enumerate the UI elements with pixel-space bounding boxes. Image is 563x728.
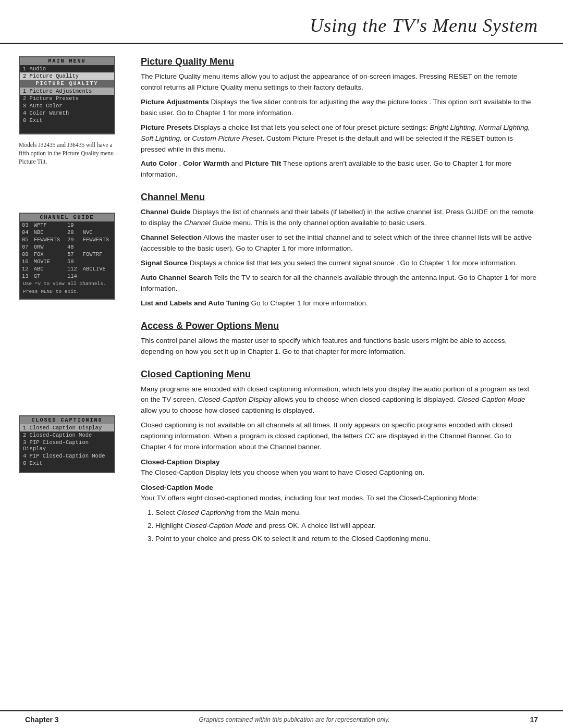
pq-para-1: The Picture Quality menu items allow you… bbox=[141, 71, 538, 93]
page-body: MAIN MENU 1 Audio 2 Picture Quality PICT… bbox=[0, 44, 563, 569]
pq-item-4: 4 Color Warmth bbox=[20, 109, 114, 117]
list-item: Select Closed Captioning from the Main m… bbox=[155, 508, 538, 519]
pq-para-3: Picture Presets Displays a choice list t… bbox=[141, 122, 538, 155]
channel-para-4: Auto Channel Search Tells the TV to sear… bbox=[141, 273, 538, 294]
closed-captioning-section: Closed Captioning Menu Many programs are… bbox=[141, 369, 538, 545]
picture-quality-section: Picture Quality Menu The Picture Quality… bbox=[141, 56, 538, 180]
pq-item-5: 0 Exit bbox=[20, 117, 114, 124]
channel-para-1: Channel Guide Displays the list of chann… bbox=[141, 207, 538, 229]
cc-item-3: 3 PIP Closed-Caption Display bbox=[20, 439, 114, 452]
main-menu-item-audio: 1 Audio bbox=[20, 65, 114, 72]
footer-note: Graphics contained within this publicati… bbox=[199, 716, 390, 723]
cc-item-2: 2 Closed-Caption Mode bbox=[20, 431, 114, 439]
table-row: 08FOX57FOWTRF bbox=[20, 251, 114, 258]
pq-item-2: 2 Picture Presets bbox=[20, 95, 114, 102]
table-row: 12ABC112ABCLIVE bbox=[20, 265, 114, 273]
pq-para-2: Picture Adjustments Displays the five sl… bbox=[141, 97, 538, 119]
channel-section: Channel Menu Channel Guide Displays the … bbox=[141, 192, 538, 309]
closed-captioning-heading: Closed Captioning Menu bbox=[141, 369, 538, 380]
cc-item-1: 1 Closed-Caption Display bbox=[20, 424, 114, 431]
pq-item-3: 3 Auto Color bbox=[20, 102, 114, 109]
table-row: 13GT114 bbox=[20, 273, 114, 280]
cc-item-4: 4 PIP Closed-Caption Mode bbox=[20, 452, 114, 460]
table-row: 05FEWWERTS29FEWWERTS bbox=[20, 236, 114, 243]
channel-guide-title: CHANNEL GUIDE bbox=[20, 214, 114, 221]
main-menu-screenshot: MAIN MENU 1 Audio 2 Picture Quality PICT… bbox=[19, 56, 115, 134]
cc-menu-title: CLOSED CAPTIONING bbox=[20, 416, 114, 424]
cc-display-para: The Closed-Caption Display lets you choo… bbox=[141, 467, 538, 478]
channel-para-3: Signal Source Displays a choice list tha… bbox=[141, 258, 538, 269]
pq-para-4: Auto Color , Color Warmth and Picture Ti… bbox=[141, 158, 538, 180]
table-row: 03WPTF19 bbox=[20, 221, 114, 229]
main-menu-note: Models J32435 and J36435 will have a fif… bbox=[19, 141, 122, 166]
table-row: 10MOVIE59 bbox=[20, 258, 114, 265]
channel-table: 03WPTF19 04NBC28NVC 05FEWWERTS29FEWWERTS… bbox=[20, 221, 114, 280]
right-column: Picture Quality Menu The Picture Quality… bbox=[130, 44, 563, 569]
channel-para-2: Channel Selection Allows the master user… bbox=[141, 232, 538, 254]
picture-quality-title: PICTURE QUALITY bbox=[20, 80, 114, 88]
page-title: Using the TV's Menu System bbox=[25, 15, 538, 36]
pq-item-1: 1 Picture Adjustments bbox=[20, 88, 114, 95]
cc-item-5: 0 Exit bbox=[20, 460, 114, 467]
access-power-heading: Access & Power Options Menu bbox=[141, 320, 538, 331]
page-footer: Chapter 3 Graphics contained within this… bbox=[0, 710, 563, 728]
channel-heading: Channel Menu bbox=[141, 192, 538, 203]
cc-mode-list: Select Closed Captioning from the Main m… bbox=[155, 508, 538, 545]
cc-para-2: Closed captioning is not available on al… bbox=[141, 420, 538, 453]
cc-mode-para: Your TV offers eight closed-captioned mo… bbox=[141, 493, 538, 504]
table-row: 04NBC28NVC bbox=[20, 229, 114, 236]
list-item: Point to your choice and press OK to sel… bbox=[155, 534, 538, 545]
main-menu-item-picture: 2 Picture Quality bbox=[20, 72, 114, 80]
main-menu-title: MAIN MENU bbox=[20, 57, 114, 65]
closed-captioning-screenshot: CLOSED CAPTIONING 1 Closed-Caption Displ… bbox=[19, 415, 115, 473]
table-row: 07GRW48 bbox=[20, 243, 114, 251]
channel-guide-footer1: Use ^v to view all channels. bbox=[20, 280, 114, 288]
cc-display-title: Closed-Caption Display bbox=[141, 458, 538, 466]
channel-guide-footer2: Press MENU to exit. bbox=[20, 288, 114, 295]
page-header: Using the TV's Menu System bbox=[0, 0, 563, 44]
footer-chapter: Chapter 3 bbox=[25, 715, 59, 724]
left-column: MAIN MENU 1 Audio 2 Picture Quality PICT… bbox=[0, 44, 130, 569]
cc-mode-title: Closed-Caption Mode bbox=[141, 484, 538, 491]
channel-para-5: List and Labels and Auto Tuning Go to Ch… bbox=[141, 298, 538, 309]
footer-page: 17 bbox=[530, 715, 538, 724]
access-power-para-1: This control panel allows the master use… bbox=[141, 336, 538, 357]
picture-quality-heading: Picture Quality Menu bbox=[141, 56, 538, 67]
access-power-section: Access & Power Options Menu This control… bbox=[141, 320, 538, 357]
cc-para-1: Many programs are encoded with closed ca… bbox=[141, 384, 538, 417]
channel-guide-screenshot: CHANNEL GUIDE 03WPTF19 04NBC28NVC 05FEWW… bbox=[19, 213, 115, 300]
list-item: Highlight Closed-Caption Mode and press … bbox=[155, 521, 538, 532]
